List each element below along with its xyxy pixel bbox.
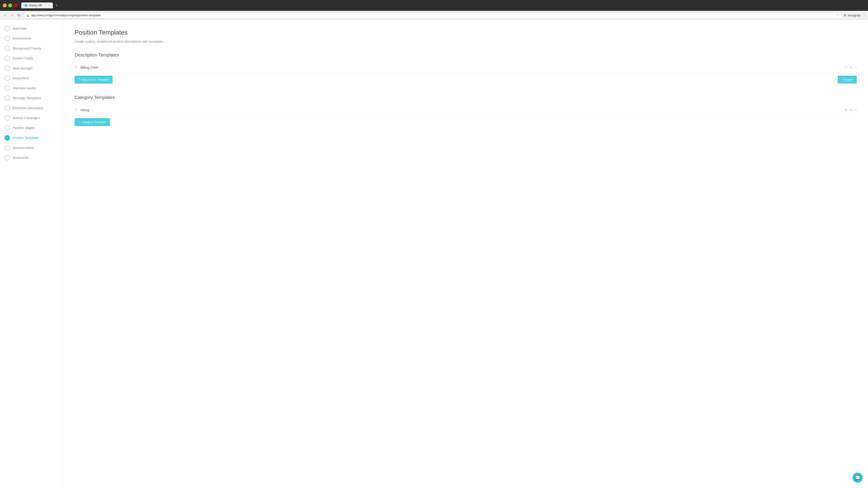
- forward-button[interactable]: →: [9, 12, 15, 18]
- sidebar-item-position-templates[interactable]: ● Position Templates: [0, 133, 63, 143]
- category-buttons-row: + Category Template: [74, 116, 857, 126]
- sidebar-item-message-templates[interactable]: ● Message Templates: [0, 93, 63, 103]
- address-text: app.breezy.hr/app/c/moodjoy/company/posi…: [31, 14, 834, 17]
- sidebar-label-data-manager: Data Manager: [13, 66, 33, 70]
- tab-favicon: [24, 4, 28, 7]
- maximize-button[interactable]: □: [8, 3, 12, 7]
- active-tab[interactable]: Breezy HR ×: [21, 2, 53, 8]
- back-button[interactable]: ←: [2, 12, 8, 18]
- lock-icon: 🔒: [26, 14, 30, 17]
- template-actions: ✎ ⧉ ×: [845, 66, 857, 70]
- description-templates-title: Description Templates: [74, 53, 857, 58]
- chat-icon: 💬: [855, 475, 861, 480]
- sidebar-label-integrations: Integrations: [13, 76, 29, 80]
- sidebar-icon-electronic-documents: ●: [4, 105, 10, 111]
- sidebar-label-electronic-documents: Electronic Documents: [13, 106, 43, 110]
- sidebar-label-assessments: Assessments: [13, 37, 31, 40]
- sidebar-label-approvals: Approvals: [13, 27, 27, 30]
- description-templates-list: ☰ Billing Clerk ✎ ⧉ ×: [74, 62, 857, 73]
- sidebar-icon-background-checks: ●: [4, 46, 10, 51]
- sidebar-icon-pipeline-stages: ●: [4, 125, 10, 131]
- close-button[interactable]: ×: [13, 3, 18, 7]
- category-templates-title: Category Templates: [74, 95, 857, 100]
- window-controls: − □ ×: [3, 3, 18, 7]
- copy-icon[interactable]: ⧉: [850, 108, 852, 112]
- sidebar-label-questionnaires: Questionnaires: [13, 146, 34, 150]
- reload-button[interactable]: ↻: [17, 12, 22, 18]
- edit-icon[interactable]: ✎: [845, 66, 848, 70]
- template-row: ☰ Hiring ✎ ⧉ ×: [74, 105, 857, 116]
- category-templates-section: Category Templates ☰ Hiring ✎ ⧉ × + Cate…: [74, 95, 857, 126]
- add-folder-button[interactable]: + Folder: [838, 76, 857, 84]
- sidebar-icon-position-templates: ●: [4, 135, 10, 140]
- page-subtitle: Create custom, predefined position descr…: [74, 40, 857, 43]
- sidebar: ● Approvals ● Assessments ● Background C…: [0, 20, 63, 488]
- menu-icon[interactable]: ⋮: [863, 13, 866, 17]
- template-name: Hiring: [81, 108, 845, 112]
- delete-icon[interactable]: ×: [855, 108, 857, 112]
- description-templates-section: Description Templates ☰ Billing Clerk ✎ …: [74, 53, 857, 84]
- sidebar-item-questionnaires[interactable]: ● Questionnaires: [0, 143, 63, 153]
- sidebar-item-data-manager[interactable]: ● Data Manager: [0, 63, 63, 73]
- bookmark-icon[interactable]: ☆: [836, 13, 839, 17]
- browser-actions: ⧉ Incognito ⋮: [844, 13, 866, 17]
- app-layout: ● Approvals ● Assessments ● Background C…: [0, 20, 868, 488]
- sidebar-item-assessments[interactable]: ● Assessments: [0, 33, 63, 43]
- sidebar-label-background-checks: Background Checks: [13, 46, 41, 50]
- sidebar-icon-approvals: ●: [4, 26, 10, 31]
- sidebar-label-pipeline-stages: Pipeline Stages: [13, 126, 35, 130]
- sidebar-item-custom-fields[interactable]: ● Custom Fields: [0, 53, 63, 63]
- sidebar-icon-assessments: ●: [4, 36, 10, 41]
- list-icon: ☰: [74, 108, 78, 112]
- category-templates-list: ☰ Hiring ✎ ⧉ ×: [74, 105, 857, 116]
- add-category-template-button[interactable]: + Category Template: [74, 118, 110, 126]
- template-name: Billing Clerk: [81, 66, 845, 69]
- sidebar-label-message-templates: Message Templates: [13, 96, 41, 100]
- sidebar-item-nurture-campaigns[interactable]: ● Nurture Campaigns: [0, 113, 63, 123]
- sidebar-icon-interview-guides: ●: [4, 86, 10, 91]
- page-title: Position Templates: [74, 29, 857, 36]
- sidebar-label-scorecards: Scorecards: [13, 156, 29, 160]
- extensions-icon[interactable]: ⧉: [844, 13, 846, 17]
- tab-bar: Breezy HR × +: [21, 2, 865, 8]
- chat-bubble[interactable]: 💬: [852, 473, 863, 483]
- sidebar-item-scorecards[interactable]: ● Scorecards: [0, 153, 63, 163]
- sidebar-icon-data-manager: ●: [4, 66, 10, 71]
- delete-icon[interactable]: ×: [855, 66, 857, 69]
- edit-icon[interactable]: ✎: [845, 108, 848, 112]
- sidebar-item-integrations[interactable]: ● Integrations: [0, 73, 63, 83]
- sidebar-item-interview-guides[interactable]: ● Interview Guides: [0, 83, 63, 93]
- new-tab-button[interactable]: +: [54, 3, 59, 8]
- tab-title: Breezy HR: [29, 4, 42, 7]
- sidebar-icon-questionnaires: ●: [4, 145, 10, 151]
- tab-close-icon[interactable]: ×: [49, 4, 50, 7]
- sidebar-item-background-checks[interactable]: ● Background Checks: [0, 43, 63, 53]
- list-icon: ☰: [74, 65, 78, 70]
- browser-chrome: − □ × Breezy HR × +: [0, 0, 868, 11]
- copy-icon[interactable]: ⧉: [850, 66, 852, 70]
- incognito-label: Incognito: [848, 13, 861, 17]
- sidebar-label-nurture-campaigns: Nurture Campaigns: [13, 116, 40, 120]
- sidebar-icon-nurture-campaigns: ●: [4, 115, 10, 121]
- address-bar-row: ← → ↻ 🔒 app.breezy.hr/app/c/moodjoy/comp…: [0, 11, 868, 20]
- sidebar-item-electronic-documents[interactable]: ● Electronic Documents: [0, 103, 63, 113]
- address-bar[interactable]: 🔒 app.breezy.hr/app/c/moodjoy/company/po…: [23, 12, 842, 19]
- sidebar-label-position-templates: Position Templates: [13, 136, 39, 140]
- sidebar-icon-integrations: ●: [4, 75, 10, 81]
- sidebar-icon-custom-fields: ●: [4, 56, 10, 61]
- add-description-template-button[interactable]: + Description Template: [74, 76, 113, 84]
- main-content: Position Templates Create custom, predef…: [63, 20, 868, 488]
- template-actions: ✎ ⧉ ×: [845, 108, 857, 112]
- template-row: ☰ Billing Clerk ✎ ⧉ ×: [74, 62, 857, 73]
- sidebar-label-interview-guides: Interview Guides: [13, 86, 36, 90]
- sidebar-item-pipeline-stages[interactable]: ● Pipeline Stages: [0, 123, 63, 133]
- minimize-button[interactable]: −: [3, 3, 7, 7]
- sidebar-icon-scorecards: ●: [4, 155, 10, 160]
- sidebar-item-approvals[interactable]: ● Approvals: [0, 24, 63, 33]
- sidebar-icon-message-templates: ●: [4, 95, 10, 101]
- description-buttons-row: + Description Template + Folder: [74, 73, 857, 84]
- sidebar-label-custom-fields: Custom Fields: [13, 57, 33, 60]
